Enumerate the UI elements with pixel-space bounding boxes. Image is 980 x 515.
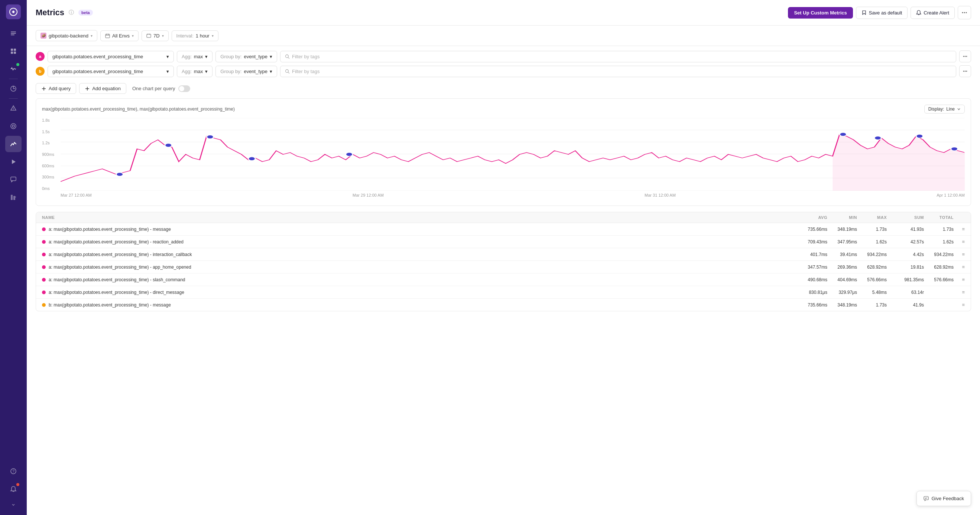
sidebar-item-projects[interactable] xyxy=(5,43,22,59)
ellipsis-icon xyxy=(961,10,967,16)
sidebar-item-issues[interactable] xyxy=(5,25,22,41)
add-query-button[interactable]: Add query xyxy=(36,83,76,94)
sidebar-item-discover[interactable] xyxy=(5,81,22,97)
query-a-groupby-value: event_type xyxy=(244,54,267,59)
row-6-name: a: max(gibpotato.potatoes.event_processi… xyxy=(42,290,790,295)
save-as-default-button[interactable]: Save as default xyxy=(856,7,908,19)
page-header: Metrics ⓘ beta Set Up Custom Metrics Sav… xyxy=(27,0,980,25)
display-select[interactable]: Display: Line xyxy=(924,105,965,114)
sidebar-item-metrics[interactable] xyxy=(5,136,22,152)
svg-rect-15 xyxy=(11,195,13,200)
sidebar-item-notifications[interactable] xyxy=(5,481,22,497)
one-chart-toggle[interactable] xyxy=(178,86,190,92)
query-a-metric-chevron: ▾ xyxy=(166,54,169,59)
row-6-dot xyxy=(42,290,46,294)
interval-filter[interactable]: Interval: 1 hour ▾ xyxy=(172,30,218,41)
project-icon: 🥔 xyxy=(40,33,46,39)
row-5-more[interactable]: ≡ xyxy=(954,277,965,282)
row-2-more[interactable]: ≡ xyxy=(954,239,965,244)
give-feedback-button[interactable]: Give Feedback xyxy=(916,491,971,506)
row-5-total: 576.66ms xyxy=(924,277,954,282)
add-equation-button[interactable]: Add equation xyxy=(79,83,126,94)
create-alert-button[interactable]: Create Alert xyxy=(910,7,955,19)
row-3-more[interactable]: ≡ xyxy=(954,252,965,257)
row-4-avg: 347.57ms xyxy=(790,265,827,270)
svg-rect-6 xyxy=(11,52,13,54)
add-query-label: Add query xyxy=(49,86,71,91)
svg-marker-51 xyxy=(832,134,965,191)
row-5-dot xyxy=(42,278,46,282)
give-feedback-label: Give Feedback xyxy=(932,496,964,501)
sidebar-item-boards[interactable] xyxy=(5,189,22,206)
query-b-agg-value: max xyxy=(194,69,203,74)
sidebar-item-alerts[interactable] xyxy=(5,100,22,117)
time-filter[interactable]: 7D ▾ xyxy=(142,30,169,41)
row-3-dot xyxy=(42,253,46,257)
y-label-6: 0ms xyxy=(42,186,60,191)
clock-icon xyxy=(146,33,151,38)
info-icon[interactable]: ⓘ xyxy=(69,9,74,16)
svg-point-57 xyxy=(840,133,846,136)
svg-rect-14 xyxy=(11,177,16,181)
search-icon-a xyxy=(285,54,290,59)
query-a-agg-label: Agg: xyxy=(182,54,192,59)
row-4-sum: 19.81s xyxy=(887,265,924,270)
svg-rect-4 xyxy=(11,49,13,51)
query-b-groupby-chevron: ▾ xyxy=(270,69,272,74)
header-actions: Set Up Custom Metrics Save as default Cr… xyxy=(788,6,971,19)
row-7-max: 1.73s xyxy=(857,303,887,307)
plus-icon-equation xyxy=(85,86,90,91)
sidebar-collapse-btn[interactable] xyxy=(5,499,22,510)
svg-rect-7 xyxy=(14,52,16,54)
row-3-max: 934.22ms xyxy=(857,252,887,257)
chart-formula: max(gibpotato.potatoes.event_processing_… xyxy=(42,106,235,112)
row-3-sum: 4.42s xyxy=(887,252,924,257)
feedback-icon xyxy=(924,496,929,501)
query-b-more-button[interactable] xyxy=(959,65,971,77)
query-a-agg[interactable]: Agg: max ▾ xyxy=(177,51,213,62)
row-6-more[interactable]: ≡ xyxy=(954,289,965,295)
row-7-more[interactable]: ≡ xyxy=(954,302,965,307)
svg-point-55 xyxy=(248,157,256,161)
col-avg: AVG xyxy=(790,215,827,220)
row-1-more[interactable]: ≡ xyxy=(954,226,965,232)
table-row: b: max(gibpotato.potatoes.event_processi… xyxy=(36,299,971,311)
chart-x-labels: Mar 27 12:00 AM Mar 29 12:00 AM Mar 31 1… xyxy=(60,191,965,200)
more-options-button[interactable] xyxy=(958,6,971,19)
svg-rect-16 xyxy=(13,196,15,200)
row-1-max: 1.73s xyxy=(857,227,887,232)
query-b-metric[interactable]: gibpotato.potatoes.event_processing_time… xyxy=(48,66,174,77)
row-4-more[interactable]: ≡ xyxy=(954,264,965,270)
query-b-filter-tags[interactable]: Filter by tags xyxy=(280,66,956,77)
sidebar-item-releases[interactable] xyxy=(5,118,22,134)
row-1-sum: 41.93s xyxy=(887,227,924,232)
svg-point-35 xyxy=(286,70,289,72)
setup-custom-metrics-button[interactable]: Set Up Custom Metrics xyxy=(788,7,853,19)
sidebar-item-activity[interactable] xyxy=(5,61,22,77)
app-logo[interactable] xyxy=(6,5,21,19)
row-4-dot xyxy=(42,265,46,269)
display-type: Line xyxy=(946,106,955,112)
query-a-filter-tags[interactable]: Filter by tags xyxy=(280,51,956,62)
sidebar-item-help[interactable]: ? xyxy=(5,463,22,479)
row-5-sum: 981.35ms xyxy=(887,277,924,282)
query-b-agg[interactable]: Agg: max ▾ xyxy=(177,66,213,77)
project-filter[interactable]: 🥔 gibpotato-backend ▾ xyxy=(36,30,97,41)
svg-marker-13 xyxy=(12,160,16,164)
svg-point-58 xyxy=(875,136,881,140)
query-b-groupby[interactable]: Group by: event_type ▾ xyxy=(215,66,277,77)
query-a-groupby[interactable]: Group by: event_type ▾ xyxy=(215,51,277,62)
row-7-sum: 41.9s xyxy=(887,303,924,307)
col-max: MAX xyxy=(857,215,887,220)
svg-point-12 xyxy=(12,125,14,127)
sidebar-item-replay[interactable] xyxy=(5,154,22,170)
svg-point-30 xyxy=(286,55,289,57)
row-2-max: 1.62s xyxy=(857,239,887,244)
query-a-more-button[interactable] xyxy=(959,51,971,62)
sidebar-item-feedback[interactable] xyxy=(5,171,22,188)
env-filter[interactable]: All Envs ▾ xyxy=(100,30,138,41)
more-icon-a xyxy=(963,54,968,59)
svg-point-60 xyxy=(951,147,958,151)
chart-container: max(gibpotato.potatoes.event_processing_… xyxy=(36,98,971,206)
query-a-metric[interactable]: gibpotato.potatoes.event_processing_time… xyxy=(48,51,174,62)
